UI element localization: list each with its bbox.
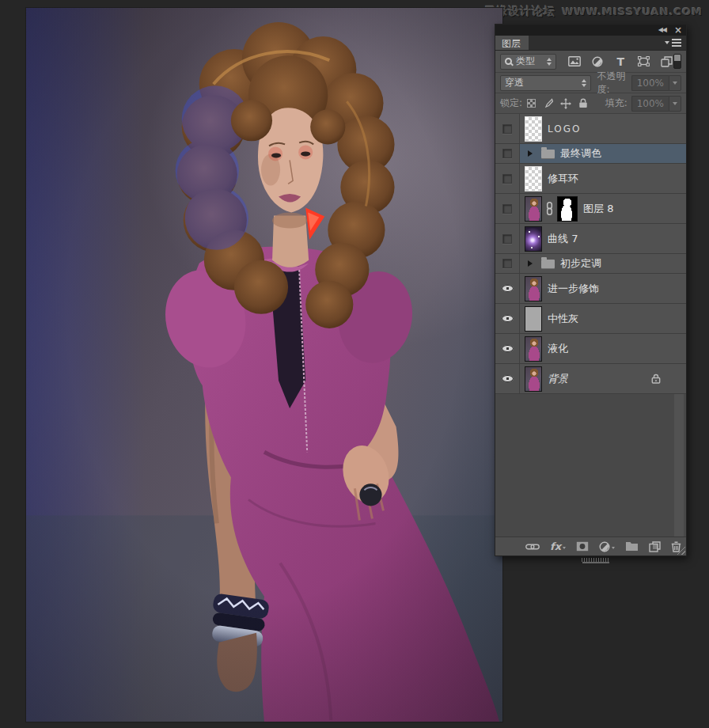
layer-row[interactable]: 液化: [495, 334, 686, 364]
new-group-icon[interactable]: [625, 541, 639, 552]
layer-row[interactable]: 图层 8: [495, 194, 686, 224]
layer-visibility-toggle[interactable]: [495, 144, 520, 163]
layer-thumbnail[interactable]: [525, 336, 542, 362]
chevron-down-icon: [665, 41, 669, 47]
expand-triangle-icon[interactable]: [528, 150, 536, 157]
folder-icon: [541, 260, 555, 268]
lock-position-move-icon[interactable]: [560, 98, 571, 109]
layer-thumbnail[interactable]: [525, 226, 542, 252]
layer-filter-row: 类型 T: [495, 51, 686, 73]
layer-name: 最终调色: [560, 146, 601, 161]
blend-mode-select[interactable]: 穿透: [500, 75, 591, 91]
photoshop-workspace: 思缘设计论坛WWW.MISSYUAN.COM: [0, 0, 709, 728]
select-arrows-icon: [582, 77, 586, 89]
add-layer-mask-icon[interactable]: [576, 541, 589, 552]
select-arrows-icon: [547, 55, 552, 68]
link-layers-icon[interactable]: [525, 543, 540, 551]
layer-name: 图层 8: [583, 202, 613, 216]
layer-thumbnail[interactable]: [525, 366, 542, 392]
layer-visibility-toggle[interactable]: [495, 364, 520, 393]
layer-thumbnail[interactable]: [525, 166, 542, 191]
new-adjustment-layer-icon[interactable]: [599, 541, 615, 552]
fill-value: 100%: [631, 96, 669, 112]
eye-icon: [502, 345, 514, 352]
delete-layer-icon[interactable]: [671, 541, 681, 552]
layer-thumbnail[interactable]: [525, 196, 542, 222]
lock-transparency-icon[interactable]: [527, 99, 536, 108]
layer-visibility-toggle[interactable]: [495, 224, 520, 253]
layer-row-content: 初步定调: [520, 254, 686, 273]
opacity-field[interactable]: 100%: [631, 75, 681, 91]
smart-object-filter-icon[interactable]: [659, 55, 673, 69]
chevron-down-icon: [673, 102, 677, 108]
layer-visibility-toggle[interactable]: [495, 254, 520, 273]
opacity-value: 100%: [631, 75, 669, 91]
layer-thumbnail[interactable]: [525, 306, 542, 332]
layer-thumbnail[interactable]: [525, 116, 542, 142]
layer-thumbnail[interactable]: [525, 276, 542, 301]
panel-menu-button[interactable]: [665, 36, 686, 50]
panel-titlebar[interactable]: ◀◀ ×: [495, 25, 686, 36]
layer-row-content: 图层 8: [520, 194, 686, 223]
layer-visibility-toggle[interactable]: [495, 164, 520, 193]
filtering-on-off-toggle[interactable]: [673, 54, 681, 69]
layer-style-fx-icon[interactable]: fx: [550, 541, 566, 552]
fill-dropdown-button[interactable]: [669, 96, 681, 112]
layer-name: LOGO: [548, 123, 581, 135]
collapse-panel-icon[interactable]: ◀◀: [658, 27, 666, 33]
layer-visibility-toggle[interactable]: [495, 304, 520, 333]
layer-row[interactable]: 最终调色: [495, 144, 686, 164]
layer-row[interactable]: LOGO: [495, 114, 686, 144]
lock-all-icon[interactable]: [578, 98, 588, 108]
layer-name: 进一步修饰: [548, 282, 599, 296]
layer-row[interactable]: 初步定调: [495, 254, 686, 274]
expand-triangle-icon[interactable]: [528, 260, 536, 267]
fill-field[interactable]: 100%: [631, 96, 681, 112]
layer-row[interactable]: 背景: [495, 364, 686, 394]
shape-layer-filter-icon[interactable]: [636, 55, 650, 69]
new-layer-icon[interactable]: [649, 541, 661, 552]
menu-lines-icon: [672, 42, 681, 44]
hidden-visibility-box: [502, 204, 512, 214]
layer-mask-thumbnail[interactable]: [557, 196, 578, 222]
layer-row[interactable]: 修耳环: [495, 164, 686, 194]
opacity-dropdown-button[interactable]: [669, 75, 681, 91]
mask-link-icon[interactable]: [546, 202, 553, 215]
chevron-down-icon: [612, 547, 615, 551]
document-canvas[interactable]: [26, 8, 502, 722]
hidden-visibility-box: [502, 149, 512, 158]
layer-visibility-toggle[interactable]: [495, 114, 520, 143]
lock-buttons: [527, 98, 588, 109]
layer-lock-icon: [651, 373, 661, 384]
layers-panel: ◀◀ × 图层 类型 T: [495, 24, 687, 556]
canvas-photo: [26, 8, 502, 722]
opacity-label: 不透明度:: [597, 70, 627, 97]
layer-row[interactable]: 中性灰: [495, 304, 686, 334]
layer-visibility-toggle[interactable]: [495, 194, 520, 223]
layer-row-content: 修耳环: [520, 164, 686, 193]
lock-paint-brush-icon[interactable]: [543, 98, 553, 108]
close-panel-icon[interactable]: ×: [674, 25, 681, 35]
layer-row-content: 中性灰: [520, 304, 686, 333]
hidden-visibility-box: [502, 259, 512, 268]
layer-name: 初步定调: [560, 256, 601, 271]
hidden-visibility-box: [502, 234, 512, 244]
pixel-layer-filter-icon[interactable]: [567, 55, 582, 69]
tab-layers[interactable]: 图层: [495, 36, 529, 50]
layer-row-content: 背景: [520, 364, 686, 393]
layer-row-content: 液化: [520, 334, 686, 363]
filter-type-label: 类型: [516, 55, 535, 68]
hidden-visibility-box: [502, 174, 512, 184]
layer-visibility-toggle[interactable]: [495, 274, 520, 303]
adjustment-layer-filter-icon[interactable]: [590, 55, 605, 69]
layer-row[interactable]: 进一步修饰: [495, 274, 686, 304]
chevron-down-icon: [673, 82, 677, 87]
panel-drag-handle[interactable]: [582, 558, 610, 562]
filter-type-select[interactable]: 类型: [500, 54, 556, 70]
blend-mode-row: 穿透 不透明度: 100%: [495, 73, 686, 93]
type-layer-filter-icon[interactable]: T: [613, 55, 627, 69]
blend-mode-value: 穿透: [505, 76, 524, 89]
scrollbar-track[interactable]: [674, 394, 684, 537]
layer-row[interactable]: 曲线 7: [495, 224, 686, 254]
layer-visibility-toggle[interactable]: [495, 334, 520, 363]
